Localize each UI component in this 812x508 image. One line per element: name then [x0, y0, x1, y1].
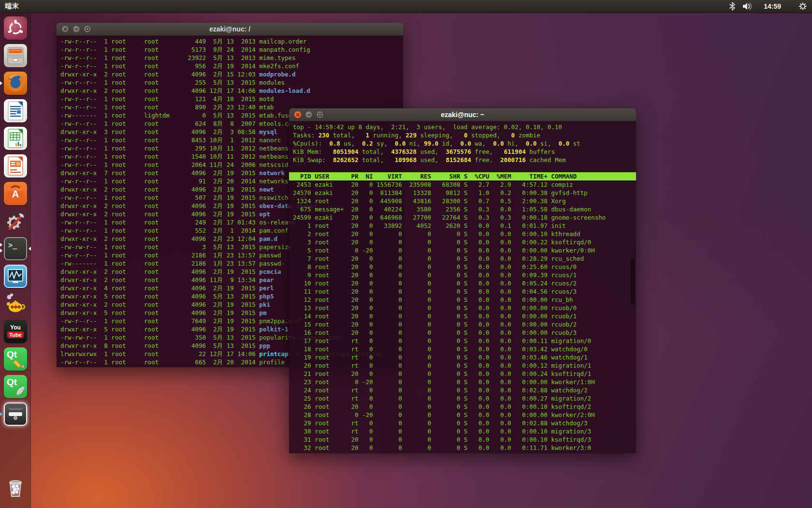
top-summary-line: KiB Swap: 8262652 total, 109968 used, 81… [293, 156, 636, 164]
launcher-item-terminal[interactable]: >_ [0, 237, 31, 260]
youtube-icon: You Tube [4, 320, 27, 343]
process-row: 15 root 20 0 0 0 0 S 0.0 0.0 0:00.00 rcu… [293, 320, 636, 329]
file-name: manpath.config [259, 46, 310, 53]
file-name: modules [259, 79, 285, 86]
file-name: passwd- [259, 260, 285, 267]
launcher-item-system-settings[interactable] [0, 209, 31, 233]
process-row: 5 root 0 -20 0 0 0 S 0.0 0.0 0:00.00 kwo… [293, 246, 636, 254]
dash-home-icon [4, 16, 27, 40]
top-summary-line: KiB Mem: 8051904 total, 4376328 used, 36… [293, 148, 636, 156]
file-row: drwxr-xr-x 2 root root 4096 12月 17 14:06… [60, 87, 403, 95]
blank-line [293, 164, 636, 172]
process-row: 9 root 20 0 0 0 0 S 0.0 0.0 0:09.39 rcuo… [293, 271, 636, 279]
launcher-item-firefox[interactable] [0, 72, 31, 95]
maximize-button[interactable] [316, 111, 324, 119]
genie-lamp-icon [4, 292, 27, 315]
process-row: 1324 root 20 0 445908 43816 28300 S 0.7 … [293, 197, 636, 205]
process-table-header: PID USER PR NI VIRT RES SHR S %CPU %MEM … [289, 172, 636, 180]
launcher-item-ubuntu-software-center[interactable]: A [0, 182, 31, 205]
launcher-item-files[interactable] [0, 44, 31, 67]
launcher-item-system-monitor[interactable] [0, 265, 31, 288]
file-name: ppp [259, 342, 270, 349]
file-name: modprobe.d [259, 71, 295, 78]
front-window-titlebar[interactable]: ezaki@nuc: ~ [289, 108, 636, 121]
volume-icon[interactable] [742, 2, 753, 11]
file-name: opt [259, 210, 270, 218]
file-row: -rw-r--r-- 1 root root 5173 9月 24 2014 m… [60, 45, 403, 54]
qt-feather-icon: Qt [4, 375, 27, 398]
desktop: { "panel": { "app_menu": "端末", "clock": … [0, 0, 812, 508]
process-row: 13 root 20 0 0 0 0 S 0.0 0.0 0:00.00 rcu… [293, 304, 636, 312]
top-summary-line: top - 14:59:42 up 8 days, 2:21, 3 users,… [293, 123, 636, 131]
file-row: -rw-r--r-- 1 root root 956 2月 19 2014 mk… [60, 62, 403, 70]
launcher-item-libreoffice-impress[interactable] [0, 154, 31, 178]
unity-launcher: A >_ [0, 14, 31, 508]
minimize-button[interactable] [72, 25, 80, 33]
launcher-item-screenshot-safe[interactable] [0, 403, 31, 426]
file-name: mime.types [259, 54, 295, 61]
process-row: 20 root rt 0 0 0 0 S 0.0 0.0 0:00.12 mig… [293, 361, 636, 370]
file-name: modules-load.d [259, 87, 310, 94]
file-name: pam.conf [259, 227, 288, 234]
process-row: 14 root 20 0 0 0 0 S 0.0 0.0 0:00.00 rcu… [293, 312, 636, 320]
file-row: -rw-r--r-- 1 root root 121 4月 10 2015 mo… [60, 95, 403, 103]
file-name: perl [259, 284, 274, 292]
system-monitor-icon [4, 265, 27, 288]
file-row: drwxr-xr-x 2 root root 4096 2月 15 12:03 … [60, 70, 403, 78]
youtube-you-text: You [10, 325, 21, 330]
file-name: pear [259, 276, 274, 284]
file-name: nanorc [259, 136, 281, 144]
attention-pip [0, 412, 2, 416]
process-row: 31 root 20 0 0 0 0 S 0.0 0.0 0:00.10 kso… [293, 435, 636, 444]
terminal-output-top[interactable]: top - 14:59:42 up 8 days, 2:21, 3 users,… [289, 121, 636, 453]
window-controls [61, 25, 91, 33]
launcher-item-libreoffice-writer[interactable] [0, 99, 31, 122]
file-name: pam.d [259, 235, 277, 242]
process-row: 28 root 0 -20 0 0 0 S 0.0 0.0 0:00.00 kw… [293, 411, 636, 419]
close-button[interactable] [294, 111, 302, 119]
launcher-item-youtube[interactable]: You Tube [0, 320, 31, 343]
focused-arrow [29, 247, 31, 251]
qt-creator-icon: Qt [4, 347, 27, 371]
process-row: 3 root 20 0 0 0 0 S 0.0 0.0 0:00.22 ksof… [293, 238, 636, 246]
overlay-scrollbar-thumb[interactable] [631, 258, 635, 304]
file-name: motd [259, 95, 274, 103]
libreoffice-writer-icon [4, 99, 27, 122]
launcher-item-qt-feather-app[interactable]: Qt [0, 375, 31, 398]
minimize-button[interactable] [305, 111, 313, 119]
window-title: ezaki@nuc: ~ [289, 111, 636, 119]
process-row: 21 root 20 0 0 0 0 S 0.0 0.0 0:00.24 kso… [293, 370, 636, 378]
process-row: 23 root 0 -20 0 0 0 S 0.0 0.0 0:00.00 kw… [293, 378, 636, 386]
clock[interactable]: 14:59 [764, 2, 781, 10]
terminal-window-front[interactable]: ezaki@nuc: ~ top - 14:59:42 up 8 days, 2… [289, 108, 636, 453]
process-row: 675 message+ 20 0 40224 3580 2356 S 0.3 … [293, 205, 636, 213]
process-row: 17 root rt 0 0 0 0 S 0.0 0.0 0:00.11 mig… [293, 337, 636, 345]
launcher-item-qt-creator[interactable]: Qt [0, 347, 31, 371]
process-row: 25 root rt 0 0 0 0 S 0.0 0.0 0:00.27 mig… [293, 394, 636, 403]
running-pip [0, 249, 2, 253]
launcher-item-dash-home[interactable] [0, 16, 31, 40]
maximize-button[interactable] [84, 25, 91, 33]
running-pip [0, 243, 2, 247]
session-gear-icon[interactable] [798, 2, 807, 11]
file-name: networks [259, 178, 288, 185]
close-button[interactable] [61, 25, 69, 33]
process-row: 16 root 20 0 0 0 0 S 0.0 0.0 0:00.00 rcu… [293, 329, 636, 337]
file-name: pcmcia [259, 268, 281, 275]
libreoffice-calc-icon [4, 127, 27, 150]
process-row: 19 root rt 0 0 0 0 S 0.0 0.0 0:03.46 wat… [293, 353, 636, 361]
app-menu-label[interactable]: 端末 [5, 2, 19, 11]
top-summary-line: %Cpu(s): 0.8 us, 0.2 sy, 0.0 ni, 99.0 id… [293, 139, 636, 148]
file-name: pki [259, 301, 270, 308]
file-name: php5 [259, 293, 274, 300]
back-window-titlebar[interactable]: ezaki@nuc: / [57, 23, 403, 36]
launcher-item-libreoffice-calc[interactable] [0, 127, 31, 150]
file-name: network [259, 169, 285, 177]
process-row: 7 root 20 0 0 0 0 S 0.0 0.0 0:28.29 rcu_… [293, 254, 636, 263]
screenshot-safe-icon [4, 403, 27, 426]
bluetooth-icon[interactable] [729, 2, 736, 11]
file-name: mtab [259, 104, 274, 111]
launcher-item-genie-lamp[interactable] [0, 292, 31, 315]
launcher-item-trash[interactable] [0, 476, 31, 499]
file-name: polkit-1 [259, 326, 288, 333]
